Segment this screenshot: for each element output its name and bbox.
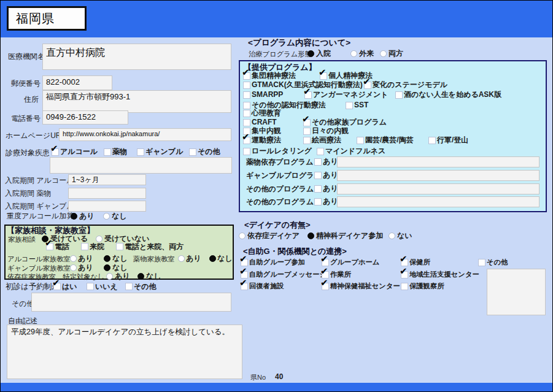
radio-severe-ari[interactable]: [71, 213, 77, 220]
checkbox-program[interactable]: ✔: [303, 119, 311, 126]
pref-no-label: 県No: [250, 373, 266, 382]
checkbox-first-visit-other[interactable]: ✔: [125, 283, 133, 290]
checkbox-program[interactable]: ✔: [243, 110, 250, 117]
radio-daycare-none[interactable]: [389, 233, 395, 239]
radio-general-class-nashi[interactable]: [137, 273, 144, 280]
first-visit-option: いいえ: [95, 282, 118, 291]
radio-daycare-addiction[interactable]: [239, 233, 246, 239]
checkbox-program[interactable]: ✔: [243, 102, 250, 109]
first-visit-option: その他: [134, 282, 157, 291]
checkbox-program[interactable]: ✔: [364, 82, 371, 89]
checkbox-coop[interactable]: ✔: [322, 283, 329, 290]
disease-detail-input[interactable]: [50, 157, 232, 174]
stay-drug-input[interactable]: [68, 188, 146, 199]
family-alcohol-class-label: アルコール家族教室: [7, 255, 71, 263]
disease-option-label: 薬物: [112, 147, 127, 156]
radio-daycare-psychiatric[interactable]: [307, 233, 314, 239]
checkbox-program[interactable]: ✔: [303, 137, 311, 144]
radio-general-class-ari[interactable]: [106, 273, 113, 280]
treatment-form-label: 治療プログラム形態: [249, 50, 312, 58]
checkbox-program[interactable]: ✔: [243, 148, 250, 155]
extra-program-input[interactable]: [337, 156, 539, 167]
coop-option-label: 自助グループ参加: [249, 258, 305, 266]
checkbox-method-visit[interactable]: ✔: [81, 243, 88, 250]
stay-gamble-input[interactable]: [68, 201, 146, 212]
program-option-label: 心理教育: [252, 109, 281, 117]
checkbox-first-visit-yes[interactable]: ✔: [53, 283, 61, 290]
checkbox-coop[interactable]: ✔: [401, 271, 408, 279]
coop-option-label: 作業所: [330, 270, 351, 279]
clinic-name-input[interactable]: 直方中村病院: [42, 44, 231, 70]
checkbox-program[interactable]: ✔: [304, 91, 312, 99]
checkbox-first-visit-no[interactable]: ✔: [87, 283, 94, 290]
extra-program-input[interactable]: [337, 196, 539, 207]
other-field-input[interactable]: [31, 293, 231, 312]
extra-program-input[interactable]: [337, 170, 539, 181]
family-consult-label: 家族相談: [8, 235, 36, 244]
checkbox-program[interactable]: ✔: [303, 128, 311, 135]
extra-ari-label: あり: [323, 197, 338, 206]
consult-option-label: 受けていない: [104, 234, 149, 243]
checkbox-disease-alcohol[interactable]: ✔: [52, 148, 59, 156]
radio-alc-class-nashi[interactable]: [104, 255, 110, 262]
checkbox-coop-other[interactable]: ✔: [478, 259, 485, 266]
radio-drug-class-nashi[interactable]: [209, 255, 216, 262]
postal-input[interactable]: 822-0002: [42, 75, 112, 90]
checkbox-program[interactable]: ✔: [320, 72, 327, 80]
method-option-label: 来院: [90, 242, 104, 251]
radio-alc-class-ari[interactable]: [70, 255, 77, 262]
checkbox-program[interactable]: ✔: [243, 91, 250, 99]
severe-option-label: あり: [79, 212, 95, 220]
checkbox-program[interactable]: ✔: [243, 82, 250, 89]
homepage-input[interactable]: http://www.onkokai.jp/nakamura/: [59, 128, 231, 141]
severe-alcohol-label: 重度アルコール加算: [7, 212, 74, 220]
extra-program-input[interactable]: [337, 183, 539, 194]
checkbox-program[interactable]: ✔: [346, 102, 353, 109]
checkbox-program[interactable]: ✔: [317, 148, 324, 155]
check-icon: ✔: [303, 86, 311, 96]
daycare-header: <デイケアの有無>: [244, 220, 311, 229]
coop-other-detail-input[interactable]: [487, 269, 546, 315]
radio-consult-no[interactable]: [96, 236, 102, 242]
stay-alcohol-input[interactable]: 1~3ヶ月: [68, 174, 146, 185]
checkbox-program[interactable]: ✔: [243, 72, 250, 80]
program-option-label: 集団精神療法: [252, 71, 296, 80]
checkbox-method-both[interactable]: ✔: [116, 243, 123, 250]
checkbox-program[interactable]: ✔: [243, 137, 250, 144]
radio-gamble-class-nashi[interactable]: [104, 264, 110, 271]
checkbox-program[interactable]: ✔: [428, 137, 436, 144]
address-input[interactable]: 福岡県直方市頓野993-1: [42, 90, 231, 113]
checkbox-program[interactable]: ✔: [395, 91, 403, 99]
checkbox-extra-program[interactable]: ✔: [314, 198, 322, 206]
checkbox-disease-gamble[interactable]: ✔: [137, 148, 144, 156]
checkbox-extra-program[interactable]: ✔: [314, 172, 322, 179]
free-text-area[interactable]: 平成29年度、アルコールデイケアの立ち上げを検討している。: [7, 325, 242, 379]
radio-form-both[interactable]: [380, 50, 387, 57]
checkbox-coop[interactable]: ✔: [241, 283, 248, 290]
checkbox-coop[interactable]: ✔: [401, 283, 408, 290]
family-box-title: 【家族相談・家族教室】: [7, 226, 95, 235]
check-icon: ✔: [45, 238, 53, 247]
daycare-option-label: 依存症デイケア: [247, 231, 300, 240]
checkbox-program[interactable]: ✔: [243, 119, 250, 126]
check-icon: ✔: [50, 144, 58, 153]
extra-program-label: 薬物依存プログラム: [246, 158, 313, 166]
phone-input[interactable]: 0949-26-1522: [42, 110, 128, 125]
radio-severe-nashi[interactable]: [103, 213, 110, 220]
program-option-label: 酒のない人生を始めるASK版: [404, 90, 501, 99]
radio-form-inpatient[interactable]: [307, 50, 314, 57]
checkbox-extra-program[interactable]: ✔: [314, 158, 322, 166]
radio-form-outpatient[interactable]: [350, 50, 357, 57]
program-option-label: SMARPP: [252, 90, 283, 99]
checkbox-disease-other[interactable]: ✔: [189, 148, 196, 156]
checkbox-extra-program[interactable]: ✔: [314, 185, 322, 193]
checkbox-method-phone[interactable]: ✔: [46, 243, 53, 250]
checkbox-disease-drug[interactable]: ✔: [104, 148, 111, 156]
coop-option-label: 回復者施設: [249, 282, 284, 290]
checkbox-program[interactable]: ✔: [357, 137, 364, 144]
radio-gamble-class-ari[interactable]: [70, 264, 77, 271]
disease-option-label: ギャンブル: [145, 147, 183, 156]
radio-drug-class-ari[interactable]: [178, 255, 185, 262]
clinic-name-label: 医療機関名: [8, 52, 45, 61]
check-icon: ✔: [320, 266, 328, 275]
